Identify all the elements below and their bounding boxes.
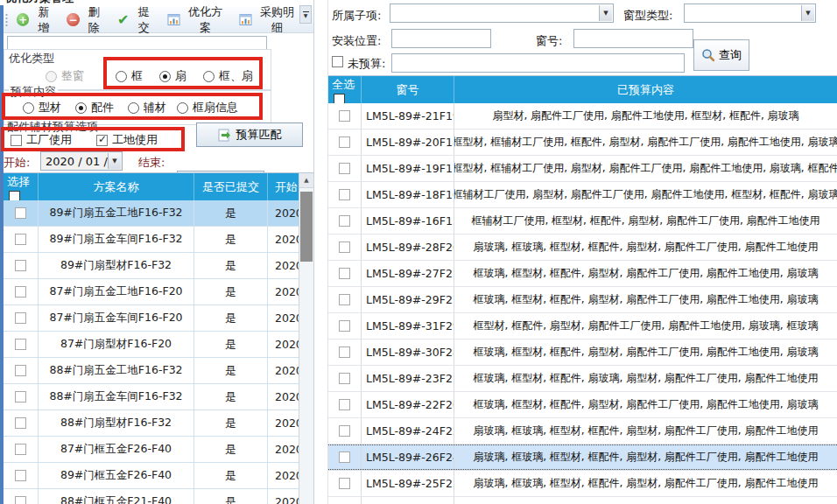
radio-frame[interactable]: 框 <box>116 68 143 84</box>
plan-table-row[interactable]: 88#门扇型材F16-F32 是 2020/0 <box>4 410 299 437</box>
chevron-down-icon[interactable]: ▼ <box>108 153 121 169</box>
toolbar-overflow-button[interactable]: ▼ <box>299 5 312 24</box>
scrollbar-thumb[interactable] <box>300 192 313 262</box>
row-checkbox[interactable] <box>15 339 26 350</box>
budget-table-row[interactable]: LM5L-89#-29F27 框玻璃, 框型材, 框配件, 扇型材, 扇配件工厂… <box>328 287 837 313</box>
submit-button[interactable]: ✔ 提交 <box>113 2 159 38</box>
row-checkbox[interactable] <box>339 478 350 489</box>
radio-accessory[interactable]: 配件 <box>75 100 114 116</box>
plan-table-row[interactable]: 87#门框五金F26-F40 是 2020/0 <box>4 437 299 463</box>
budget-table-row[interactable]: LM5L-89#-20F18 框型材, 框辅材工厂使用, 框配件, 扇型材, 扇… <box>328 130 837 156</box>
row-checkbox[interactable] <box>15 391 26 402</box>
budget-table-row[interactable]: LM5L-89#-23F21 框玻璃, 框型材, 框配件, 扇玻璃, 扇型材, … <box>328 366 837 392</box>
row-checkbox[interactable] <box>15 260 26 271</box>
select-all-checkbox[interactable] <box>9 191 20 200</box>
row-checkbox[interactable] <box>339 294 350 305</box>
scroll-up-arrow-icon[interactable]: ▲ <box>299 173 313 188</box>
window-no-cell: LM5L-89#-16F15 <box>362 208 454 234</box>
row-checkbox[interactable] <box>15 470 26 481</box>
radio-whole-window[interactable]: 整窗 <box>46 68 84 84</box>
radio-auxiliary[interactable]: 辅材 <box>128 100 166 116</box>
row-checkbox[interactable] <box>15 417 26 429</box>
plan-table-scrollbar[interactable]: ▲ <box>299 173 313 504</box>
plan-table-row[interactable]: 88#门扇五金车间F16-F32 是 2020/0 <box>4 384 299 410</box>
plan-start: 2020/0 <box>275 416 299 430</box>
row-checkbox[interactable] <box>339 268 350 279</box>
row-checkbox[interactable] <box>15 444 26 455</box>
budget-table-row[interactable]: LM5L-89#-18F16 框辅材工厂使用, 扇型材, 扇配件工厂使用, 扇配… <box>328 182 837 208</box>
checkbox-site-use[interactable]: 工地使用 <box>96 132 158 148</box>
budgeted-content-cell: 扇玻璃, 框玻璃, 框型材, 框配件, 扇型材, 扇配件工厂使用, 扇配件工地使… <box>454 444 837 470</box>
radio-profile[interactable]: 型材 <box>23 100 61 116</box>
row-checkbox[interactable] <box>15 496 26 504</box>
budget-table-row[interactable]: LM5L-89#-25F23 扇玻璃, 框玻璃, 框型材, 框配件, 扇型材, … <box>328 471 837 497</box>
row-checkbox[interactable] <box>339 346 350 358</box>
radio-frame-sash-info[interactable]: 框扇信息 <box>177 100 238 116</box>
budget-table-row[interactable]: LM5L-89#-26F24 扇玻璃, 框玻璃, 框型材, 框配件, 扇型材, … <box>328 444 837 471</box>
radio-sash[interactable]: 扇 <box>159 68 186 84</box>
sub-item-select[interactable]: ▼ <box>390 4 614 23</box>
row-checkbox[interactable] <box>339 425 350 437</box>
checkbox-factory-use[interactable]: 工厂使用 <box>11 132 72 148</box>
plan-table-row[interactable]: 89#门扇五金工地F16-F32 是 2020/0 <box>4 200 299 227</box>
budget-table-row[interactable]: LM5L-89#-27F25 框玻璃, 框型材, 框配件, 扇型材, 扇配件工厂… <box>328 261 837 287</box>
plan-table-row[interactable]: 88#门扇五金工地F16-F32 是 2020/0 <box>4 358 299 384</box>
add-button[interactable]: + 新增 <box>12 2 59 38</box>
radio-frame-sash[interactable]: 框、扇 <box>203 68 253 84</box>
delete-button[interactable]: − 删除 <box>62 2 109 38</box>
plan-table-row[interactable]: 89#门框五金F26-F40 是 2020/0 <box>4 463 299 489</box>
plan-table-row[interactable]: 87#门扇型材F16-F20 是 2020/0 <box>4 332 299 358</box>
row-checkbox[interactable] <box>339 320 350 332</box>
budget-table-row[interactable]: LM5L-89#-28F26 扇玻璃, 框玻璃, 框型材, 框配件, 扇型材, … <box>328 234 837 261</box>
plan-name: 88#门扇型材F16-F32 <box>60 416 172 430</box>
window-no-column-header: 窗号 <box>362 76 454 103</box>
optimize-plan-button[interactable]: 优化方案 <box>163 2 231 38</box>
app-window: 优化方案管理 + 新增 − 删除 ✔ 提交 优化方案 采购明细 ▼ <box>0 0 837 504</box>
row-checkbox[interactable] <box>339 242 350 253</box>
budget-table-row[interactable]: LM5L-89#-19F17 框型材, 框辅材工厂使用, 扇型材, 扇配件工厂使… <box>328 156 837 182</box>
budget-table-row[interactable]: LM5L-89#-21F19 扇型材, 扇配件工厂使用, 扇配件工地使用, 框型… <box>328 103 837 130</box>
row-checkbox[interactable] <box>15 312 26 324</box>
panel-splitter[interactable] <box>313 0 328 504</box>
plan-name: 89#门扇五金车间F16-F32 <box>49 232 182 247</box>
plan-table-row[interactable]: 88#门框五金F21-F40 是 2020/0 <box>4 489 299 504</box>
row-checkbox[interactable] <box>339 373 350 384</box>
toolbar: + 新增 − 删除 ✔ 提交 优化方案 采购明细 ▼ <box>4 7 313 33</box>
budget-table-row[interactable]: LM5L-89#-30F28 框玻璃, 框型材, 框配件, 扇型材, 扇配件工厂… <box>328 340 837 366</box>
row-checkbox[interactable] <box>339 189 350 200</box>
chevron-down-icon[interactable]: ▼ <box>599 5 612 21</box>
window-type-select[interactable]: ▼ <box>684 4 816 23</box>
plan-table-row[interactable]: 89#门扇型材F16-F32 是 2020/0 <box>4 253 299 279</box>
toolbar-grip-handle[interactable] <box>5 13 8 27</box>
chevron-down-icon[interactable]: ▼ <box>801 5 814 21</box>
row-checkbox[interactable] <box>339 215 350 227</box>
row-checkbox[interactable] <box>339 452 350 463</box>
row-checkbox[interactable] <box>15 234 26 245</box>
plan-start: 2020/0 <box>275 259 299 272</box>
install-position-input[interactable] <box>391 29 491 48</box>
query-button[interactable]: 查询 <box>693 39 749 71</box>
budget-match-button[interactable]: 预算匹配 <box>196 122 303 147</box>
plan-table-row[interactable]: 89#门扇五金车间F16-F32 是 2020/0 <box>4 227 299 253</box>
row-checkbox[interactable] <box>339 163 350 174</box>
budget-table-row[interactable]: LM5L-89#-24F22 扇玻璃, 框玻璃, 框型材, 框配件, 扇型材, … <box>328 418 837 444</box>
row-checkbox[interactable] <box>339 136 350 148</box>
start-date-label: 开始: <box>4 155 30 171</box>
budgeted-content: 扇玻璃, 框玻璃, 框型材, 框配件, 扇型材, 扇配件工厂使用, 扇配件工地使… <box>474 450 819 465</box>
budget-table-row[interactable]: LM5L-89#-22F20 框玻璃, 框型材, 框配件, 扇型材, 扇配件工厂… <box>328 392 837 418</box>
start-date-picker[interactable]: 2020 / 01 / 1 ▼ <box>40 151 123 171</box>
plan-table-row[interactable]: 87#门扇五金工地F16-F20 是 2020/0 <box>4 279 299 305</box>
row-checkbox[interactable] <box>339 110 350 122</box>
plan-table-row[interactable]: 87#门扇五金车间F16-F20 是 2020/0 <box>4 305 299 332</box>
row-checkbox[interactable] <box>15 207 26 219</box>
budget-table-row[interactable]: LM5L-89#-16F15 框辅材工厂使用, 框型材, 框配件, 扇型材, 扇… <box>328 208 837 234</box>
window-no-input[interactable] <box>573 29 693 48</box>
budget-table-row[interactable]: LM5L-89#-31F29 框型材, 框配件, 扇型材, 扇配件工厂使用, 扇… <box>328 313 837 340</box>
row-checkbox[interactable] <box>15 286 26 298</box>
unbudgeted-input[interactable] <box>391 53 685 73</box>
plan-name-cell: 88#门框五金F21-F40 <box>39 489 194 504</box>
select-all-checkbox[interactable] <box>334 94 345 103</box>
row-checkbox[interactable] <box>339 399 350 410</box>
unbudgeted-checkbox[interactable] <box>332 56 343 67</box>
row-checkbox[interactable] <box>15 365 26 376</box>
